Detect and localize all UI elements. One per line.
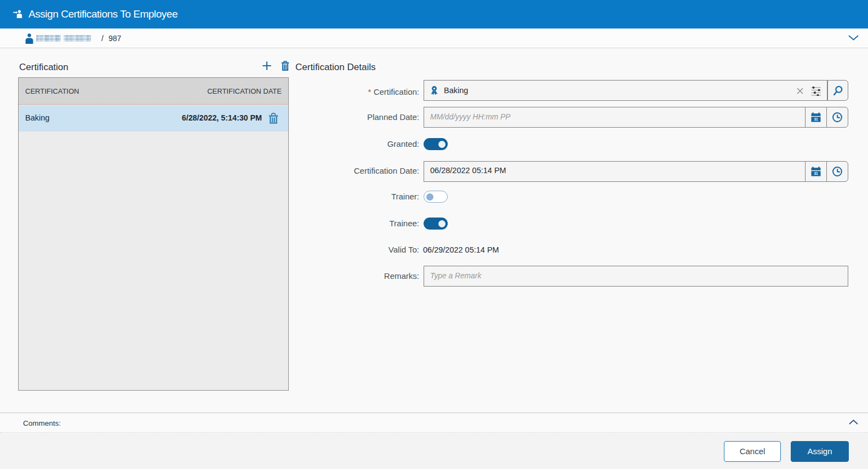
- svg-text:31: 31: [814, 117, 818, 121]
- svg-text:31: 31: [814, 171, 818, 175]
